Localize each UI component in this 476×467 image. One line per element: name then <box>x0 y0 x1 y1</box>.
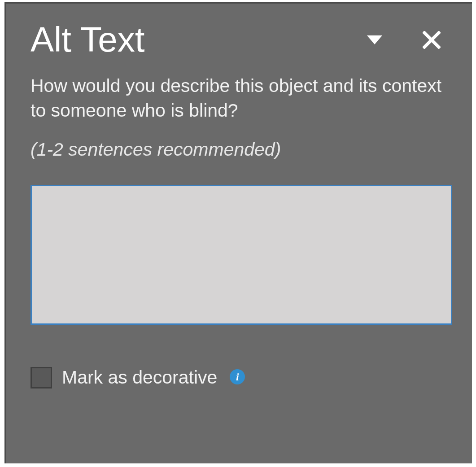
decorative-checkbox-label: Mark as decorative <box>62 367 217 388</box>
panel-header: Alt Text <box>6 4 472 60</box>
decorative-checkbox-row: Mark as decorative i <box>6 327 472 388</box>
svg-marker-0 <box>367 35 382 44</box>
info-icon[interactable]: i <box>230 369 245 384</box>
header-icons <box>367 31 454 49</box>
textarea-container <box>6 160 472 327</box>
alt-text-input[interactable] <box>31 185 452 325</box>
alt-text-panel: Alt Text How would you describe this obj… <box>4 2 472 463</box>
dropdown-icon[interactable] <box>367 35 382 44</box>
panel-recommendation: (1-2 sentences recommended) <box>6 123 472 160</box>
panel-description: How would you describe this object and i… <box>6 60 472 123</box>
close-icon[interactable] <box>423 31 441 49</box>
decorative-checkbox[interactable] <box>31 367 52 388</box>
panel-title: Alt Text <box>31 19 367 60</box>
